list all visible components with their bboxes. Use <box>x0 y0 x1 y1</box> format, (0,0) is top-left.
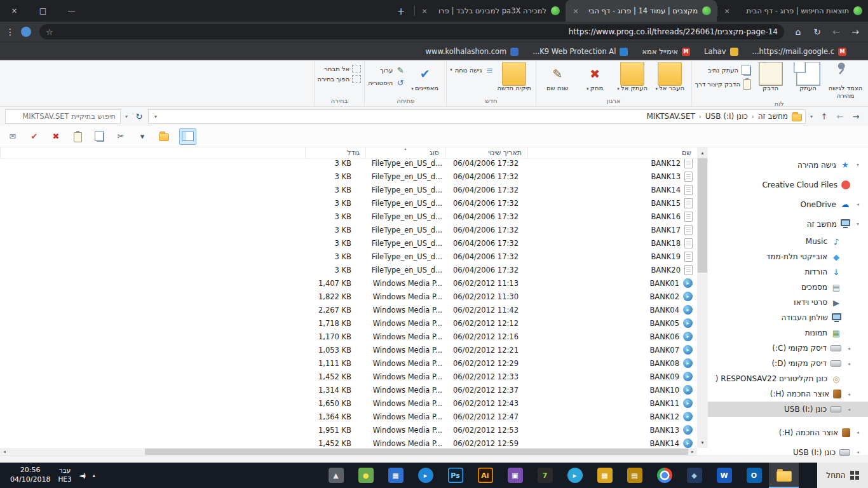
hidden-icons-chevron[interactable]: ▴ <box>92 472 95 478</box>
vertical-scrollbar[interactable]: ▴ ▾ <box>697 147 708 448</box>
file-row[interactable]: BANK1006/02/2012 12:37Windows Media P...… <box>0 383 697 396</box>
sidebar-item[interactable]: ▶סרטי וידאו <box>708 295 868 310</box>
sidebar-item[interactable]: ◂כונן USB (I:) <box>708 402 868 417</box>
expander-icon[interactable]: ◂ <box>845 391 853 397</box>
scroll-up-icon[interactable]: ▴ <box>697 147 708 158</box>
file-row[interactable]: BANK0906/02/2012 12:33Windows Media P...… <box>0 370 697 383</box>
sidebar-item[interactable]: ◂דיסק מקומי (C:) <box>708 341 868 356</box>
language-indicator[interactable]: עבר HE3 <box>58 466 71 484</box>
ribbon-button[interactable]: העתק אל ▾ <box>614 62 651 97</box>
telegram-icon[interactable]: ▸ <box>560 463 590 488</box>
taskbar-app-icon-3[interactable]: ▦ <box>381 463 410 488</box>
sidebar-item[interactable]: ▾★גישה מהירה <box>708 155 868 175</box>
file-row[interactable]: BANK0806/02/2012 12:29Windows Media P...… <box>0 356 697 370</box>
explorer-forward-icon[interactable]: ← <box>833 112 847 121</box>
ribbon-button[interactable]: אל תבחר <box>318 65 362 72</box>
sidebar-item[interactable]: ◎כונן תקליטורים RESPONSAV22 ( <box>708 371 868 386</box>
new-tab-button[interactable]: + <box>393 4 409 19</box>
explorer-up-icon[interactable]: ↑ <box>817 112 831 121</box>
recent-locations-icon[interactable]: ▾ <box>808 114 815 119</box>
column-header[interactable]: תאריך שינוי <box>445 147 527 158</box>
minimize-icon[interactable]: — <box>57 0 86 22</box>
sidebar-item[interactable]: ◆אובייקטי תלת-ממד <box>708 249 868 264</box>
reload-icon[interactable]: ↻ <box>808 27 826 37</box>
file-row[interactable]: BANK1506/04/2006 17:32FileType_en_US_d..… <box>0 196 697 210</box>
ribbon-button[interactable]: תיקיה חדשה <box>496 62 532 97</box>
file-row[interactable]: BANK1206/04/2006 17:32FileType_en_US_d..… <box>0 159 697 170</box>
expander-icon[interactable]: ◂ <box>845 361 853 367</box>
ribbon-button[interactable]: הצמד לגישה מהירה <box>827 62 864 100</box>
sidebar-item[interactable]: ◂כונן USB (I:) <box>708 442 868 456</box>
breadcrumb-item[interactable]: MIKTSAV.SET <box>643 112 698 121</box>
taskbar-app-icon-4[interactable]: ▸ <box>410 463 440 488</box>
tab-close-icon[interactable]: × <box>722 7 731 15</box>
home-icon[interactable]: ⌂ <box>789 27 807 37</box>
expander-icon[interactable]: ◂ <box>845 346 853 351</box>
tab-close-icon[interactable]: × <box>571 7 580 15</box>
taskbar-app-icon-7[interactable]: ▣ <box>500 463 530 488</box>
ribbon-button[interactable]: ↺היסטוריה <box>368 78 405 88</box>
illustrator-icon[interactable]: Ai <box>470 463 500 488</box>
browser-tab[interactable]: תוצאות החיפוש | פרוג - דף הבית× <box>717 0 868 22</box>
sidebar-item[interactable]: ◂אוצר החכמה (H:) <box>708 386 868 402</box>
copy-button[interactable] <box>93 128 105 145</box>
chrome-icon[interactable] <box>649 463 679 488</box>
breadcrumb-item[interactable]: מחשב זה <box>755 112 791 121</box>
taskbar-app-icon-2[interactable]: ● <box>351 463 381 488</box>
explorer-search-input[interactable]: חיפוש בתיקיית MIKTSAV.SET <box>5 109 121 124</box>
scrollbar-thumb[interactable] <box>145 449 688 455</box>
sidebar-item[interactable]: Creative Cloud Files <box>708 175 868 194</box>
browser-menu-icon[interactable]: ⋮ <box>4 27 17 37</box>
confirm-button[interactable]: ✔ <box>28 128 41 145</box>
cancel-button[interactable]: ✖ <box>50 128 62 145</box>
start-button[interactable]: התחל <box>817 463 868 488</box>
scrollbar-thumb[interactable] <box>698 158 707 273</box>
expander-icon[interactable]: ◂ <box>854 430 862 435</box>
tab-close-icon[interactable]: × <box>420 7 429 15</box>
address-bar[interactable]: https://www.prog.co.il/threads/226061/מק… <box>39 24 784 39</box>
ribbon-button[interactable]: הדבק <box>752 62 789 100</box>
new-folder-button[interactable] <box>158 128 170 145</box>
sidebar-item[interactable]: ▾מחשב זה <box>708 214 868 234</box>
bookmark-item[interactable]: Mאימייל אמא <box>642 47 690 56</box>
ribbon-button[interactable]: העבר אל ▾ <box>652 62 688 97</box>
ribbon-button[interactable]: ✎ערוך <box>368 65 405 75</box>
ribbon-button[interactable]: העתק <box>790 62 826 100</box>
sidebar-item[interactable]: שולחן העבודה <box>708 310 868 325</box>
back-icon[interactable]: → <box>846 27 864 37</box>
cut-dropdown-button[interactable]: ▾ <box>136 128 149 145</box>
outlook-icon[interactable]: O <box>739 463 769 488</box>
file-row[interactable]: BANK1806/04/2006 17:32FileType_en_US_d..… <box>0 236 697 250</box>
cut-button[interactable]: ✂ <box>114 128 127 145</box>
file-row[interactable]: BANK0406/02/2012 11:42Windows Media P...… <box>0 303 697 316</box>
ribbon-button[interactable]: ≡גישה נוחה▾ <box>450 65 494 75</box>
taskbar-app-icon-1[interactable]: ▲ <box>321 463 351 488</box>
speaker-icon[interactable]: ◄) <box>79 471 85 480</box>
taskbar-app-icon-11[interactable]: ▤ <box>620 463 649 488</box>
breadcrumb-item[interactable]: כונן (I:) USB <box>702 112 751 121</box>
file-row[interactable]: BANK1106/02/2012 12:43Windows Media P...… <box>0 396 697 410</box>
sidebar-item[interactable]: ▤מסמכים <box>708 280 868 295</box>
file-row[interactable]: BANK1706/04/2006 17:32FileType_en_US_d..… <box>0 223 697 236</box>
ribbon-button[interactable]: העתק נתיב <box>695 65 751 76</box>
file-row[interactable]: BANK1206/02/2012 12:47Windows Media P...… <box>0 410 697 423</box>
ribbon-button[interactable]: ✖מחק ▾ <box>577 62 613 97</box>
ribbon-button[interactable]: הפוך בחירה <box>318 75 362 83</box>
mail-button[interactable]: ✉ <box>6 128 19 145</box>
breadcrumb[interactable]: מחשב זה‹כונן (I:) USB‹MIKTSAV.SET▾ <box>148 109 806 124</box>
file-row[interactable]: BANK0606/02/2012 12:16Windows Media P...… <box>0 330 697 343</box>
close-icon[interactable]: × <box>0 0 29 22</box>
browser-tab[interactable]: מקצבים | עמוד 14 | פרוג - דף הבי× <box>566 0 717 22</box>
file-row[interactable]: BANK1406/04/2006 17:32FileType_en_US_d..… <box>0 183 697 196</box>
sidebar-item[interactable]: ♪Music <box>708 234 868 249</box>
address-dropdown-icon[interactable]: ▾ <box>123 114 130 119</box>
file-explorer-icon[interactable] <box>769 463 799 488</box>
scroll-right-icon[interactable]: ▸ <box>688 448 697 456</box>
forward-icon[interactable]: ← <box>827 27 845 37</box>
sidebar-item[interactable]: ◂אוצר החכמה (H:) <box>708 423 868 442</box>
word-icon[interactable]: W <box>709 463 739 488</box>
photoshop-icon[interactable]: Ps <box>440 463 470 488</box>
taskbar-app-icon-10[interactable]: ▦ <box>590 463 620 488</box>
ribbon-button[interactable]: הדבק קיצור דרך <box>695 78 751 90</box>
file-row[interactable]: BANK1306/04/2006 17:32FileType_en_US_d..… <box>0 170 697 183</box>
